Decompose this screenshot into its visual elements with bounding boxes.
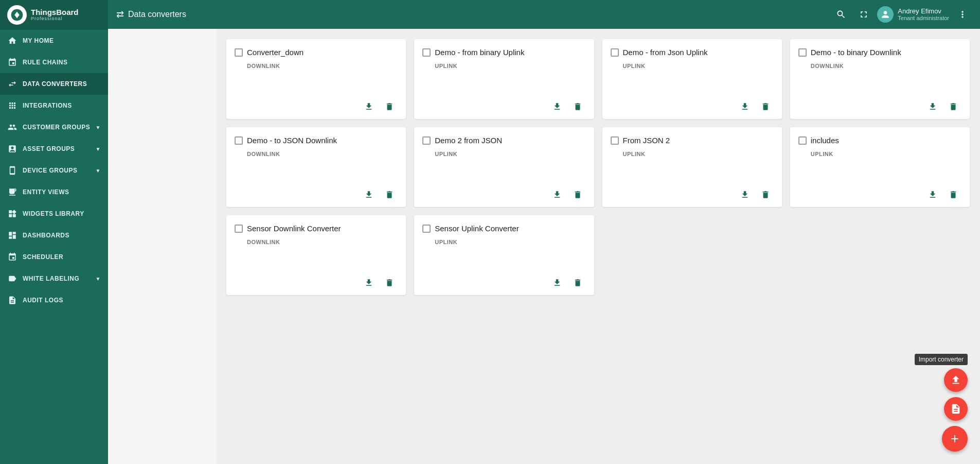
new-file-button[interactable] bbox=[944, 397, 968, 421]
card-actions bbox=[611, 94, 774, 115]
card-title: Converter_down bbox=[247, 47, 304, 58]
card-header: Demo - from Json Uplink bbox=[611, 47, 774, 58]
converter-card: From JSON 2 UPLINK bbox=[602, 127, 782, 207]
download-converter-button[interactable] bbox=[361, 186, 377, 203]
card-actions bbox=[235, 270, 398, 291]
download-converter-button[interactable] bbox=[737, 186, 753, 203]
sidebar-item-scheduler[interactable]: Scheduler bbox=[0, 246, 108, 268]
search-button[interactable] bbox=[832, 5, 850, 24]
card-title: Demo - to binary Downlink bbox=[811, 47, 901, 58]
card-type: DOWNLINK bbox=[235, 239, 398, 245]
white-labeling-chevron: ▼ bbox=[96, 276, 101, 282]
sidebar-item-dashboards[interactable]: Dashboards bbox=[0, 225, 108, 246]
page-title-area: ⇄ Data converters bbox=[116, 9, 832, 20]
sidebar-item-device-groups[interactable]: Device Groups ▼ bbox=[0, 160, 108, 181]
delete-converter-button[interactable] bbox=[945, 186, 961, 203]
card-header: From JSON 2 bbox=[611, 135, 774, 146]
sidebar-item-rule-chains[interactable]: Rule Chains bbox=[0, 51, 108, 73]
asset-groups-icon bbox=[7, 144, 17, 154]
delete-converter-button[interactable] bbox=[569, 98, 586, 115]
card-header: includes bbox=[798, 135, 961, 146]
sidebar-label-rule-chains: Rule Chains bbox=[23, 59, 68, 66]
user-area[interactable]: Andrey Efimov Tenant administrator bbox=[877, 6, 949, 23]
sidebar-item-customer-groups[interactable]: Customer Groups ▼ bbox=[0, 116, 108, 138]
card-title: includes bbox=[811, 135, 839, 146]
card-actions bbox=[235, 94, 398, 115]
import-converter-button[interactable] bbox=[944, 368, 968, 392]
delete-converter-button[interactable] bbox=[757, 186, 774, 203]
card-type: DOWNLINK bbox=[798, 63, 961, 69]
fullscreen-button[interactable] bbox=[854, 5, 873, 24]
more-options-button[interactable] bbox=[953, 5, 972, 24]
delete-converter-button[interactable] bbox=[569, 274, 586, 291]
card-actions bbox=[422, 94, 585, 115]
card-title: Sensor Uplink Converter bbox=[435, 224, 519, 234]
card-checkbox[interactable] bbox=[235, 136, 243, 145]
sidebar-item-entity-views[interactable]: Entity Views bbox=[0, 181, 108, 203]
sidebar: ThingsBoard Professional My Home Rule Ch… bbox=[0, 0, 108, 464]
sidebar-logo: ThingsBoard Professional bbox=[0, 0, 108, 30]
converter-card: Demo - to JSON Downlink DOWNLINK bbox=[226, 127, 406, 207]
card-actions bbox=[422, 182, 585, 203]
sidebar-item-widgets-library[interactable]: Widgets Library bbox=[0, 203, 108, 225]
card-title: From JSON 2 bbox=[623, 135, 670, 146]
card-header: Demo - from binary Uplink bbox=[422, 47, 585, 58]
card-actions bbox=[611, 182, 774, 203]
download-converter-button[interactable] bbox=[737, 98, 753, 115]
card-actions bbox=[235, 182, 398, 203]
card-header: Demo - to JSON Downlink bbox=[235, 135, 398, 146]
sidebar-label-integrations: Integrations bbox=[23, 102, 72, 109]
integrations-icon bbox=[7, 100, 17, 111]
card-checkbox[interactable] bbox=[611, 136, 619, 145]
card-checkbox[interactable] bbox=[422, 225, 431, 233]
download-converter-button[interactable] bbox=[549, 186, 565, 203]
customer-groups-icon bbox=[7, 122, 17, 132]
card-title: Demo 2 from JSON bbox=[435, 135, 502, 146]
card-checkbox[interactable] bbox=[422, 136, 431, 145]
delete-converter-button[interactable] bbox=[569, 186, 586, 203]
audit-logs-icon bbox=[7, 295, 17, 305]
entity-views-icon bbox=[7, 187, 17, 197]
card-checkbox[interactable] bbox=[798, 136, 807, 145]
card-actions bbox=[798, 94, 961, 115]
avatar bbox=[877, 6, 894, 23]
sidebar-item-white-labeling[interactable]: White Labeling ▼ bbox=[0, 268, 108, 289]
download-converter-button[interactable] bbox=[361, 98, 377, 115]
sidebar-item-my-home[interactable]: My Home bbox=[0, 30, 108, 51]
delete-converter-button[interactable] bbox=[381, 274, 398, 291]
card-checkbox[interactable] bbox=[798, 48, 807, 57]
download-converter-button[interactable] bbox=[924, 186, 941, 203]
card-checkbox[interactable] bbox=[235, 225, 243, 233]
sidebar-item-asset-groups[interactable]: Asset Groups ▼ bbox=[0, 138, 108, 160]
sidebar-label-asset-groups: Asset Groups bbox=[23, 145, 75, 152]
rule-chains-icon bbox=[7, 57, 17, 67]
sidebar-item-integrations[interactable]: Integrations bbox=[0, 95, 108, 116]
app-subtitle: Professional bbox=[31, 16, 79, 22]
card-checkbox[interactable] bbox=[235, 48, 243, 57]
card-checkbox[interactable] bbox=[422, 48, 431, 57]
download-converter-button[interactable] bbox=[361, 274, 377, 291]
device-groups-chevron: ▼ bbox=[96, 168, 101, 174]
add-converter-button[interactable] bbox=[942, 426, 968, 452]
delete-converter-button[interactable] bbox=[381, 98, 398, 115]
sidebar-label-white-labeling: White Labeling bbox=[23, 275, 79, 282]
card-title: Demo - to JSON Downlink bbox=[247, 135, 337, 146]
widgets-library-icon bbox=[7, 209, 17, 219]
card-header: Sensor Downlink Converter bbox=[235, 224, 398, 234]
sidebar-item-data-converters[interactable]: Data Converters bbox=[0, 73, 108, 95]
card-checkbox[interactable] bbox=[611, 48, 619, 57]
delete-converter-button[interactable] bbox=[381, 186, 398, 203]
converters-grid: Converter_down DOWNLINK Demo - from bina… bbox=[226, 39, 970, 295]
delete-converter-button[interactable] bbox=[945, 98, 961, 115]
converter-card: Converter_down DOWNLINK bbox=[226, 39, 406, 119]
download-converter-button[interactable] bbox=[549, 98, 565, 115]
download-converter-button[interactable] bbox=[924, 98, 941, 115]
sidebar-item-audit-logs[interactable]: Audit Logs bbox=[0, 289, 108, 311]
data-converters-icon bbox=[7, 79, 17, 89]
converter-card: Demo - from binary Uplink UPLINK bbox=[414, 39, 594, 119]
card-header: Demo 2 from JSON bbox=[422, 135, 585, 146]
fab-container: Import converter bbox=[915, 354, 968, 452]
delete-converter-button[interactable] bbox=[757, 98, 774, 115]
card-header: Converter_down bbox=[235, 47, 398, 58]
download-converter-button[interactable] bbox=[549, 274, 565, 291]
